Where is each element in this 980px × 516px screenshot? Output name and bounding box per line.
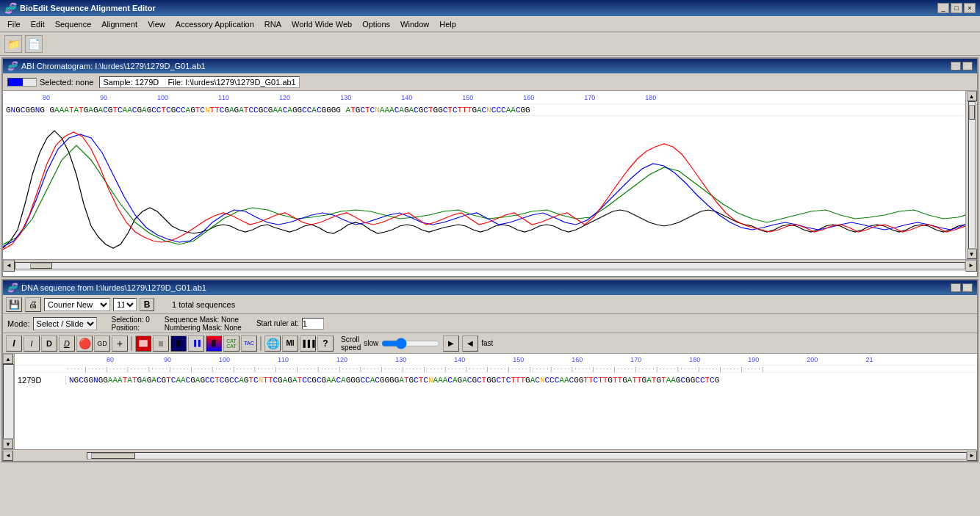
gd-btn[interactable]: GD: [94, 335, 110, 352]
italic-d-btn[interactable]: D: [59, 335, 75, 352]
italic-bold-btn[interactable]: I: [6, 335, 22, 352]
dna-content-area: 80 90 100 110 120 130 140 150 160 170 18…: [15, 354, 977, 449]
chrom-main-area: 80 90 100 110 120 130 140 150 160 170 18…: [3, 91, 965, 259]
font-selector[interactable]: Courier New: [44, 298, 110, 311]
start-ruler-input[interactable]: [302, 318, 324, 330]
start-ruler-label: Start ruler at:: [256, 319, 299, 327]
ruler-start: Start ruler at:: [256, 318, 324, 330]
dna-maximize[interactable]: □: [962, 283, 973, 292]
play-btn[interactable]: ▶: [443, 335, 459, 352]
seq-icon5[interactable]: ▓: [206, 335, 222, 352]
seq-icon4[interactable]: ▐▐: [188, 335, 204, 352]
dna-scroll-track[interactable]: [87, 452, 967, 459]
menu-window[interactable]: Window: [396, 18, 433, 30]
color-btn[interactable]: 🔴: [76, 335, 93, 352]
seq-icon3[interactable]: ▓: [170, 335, 187, 352]
slow-label: slow: [364, 339, 378, 347]
bold-d-btn[interactable]: D: [41, 335, 57, 352]
menu-options[interactable]: Options: [358, 18, 394, 30]
chrom-thumb: [8, 79, 23, 86]
dna-scroll-down[interactable]: ▼: [3, 439, 13, 449]
chrom-selected: Selected: none: [40, 78, 93, 87]
rewind-btn[interactable]: ◀: [462, 335, 478, 352]
menu-www[interactable]: World Wide Web: [287, 18, 356, 30]
edit-toolbar: I I D D 🔴 GD + ▓▓ ||| ▓ ▐▐ ▓ CATCAT TAC …: [3, 333, 977, 354]
new-file-button[interactable]: 📄: [25, 35, 43, 53]
speed-slider[interactable]: [381, 339, 440, 348]
chrom-scroll-track[interactable]: [968, 101, 976, 249]
print-icon[interactable]: 🖨: [25, 297, 41, 312]
dna-tick-marks: ·····|·····|·····|·····|·····|·····|····…: [15, 366, 977, 373]
italic-btn[interactable]: I: [24, 335, 40, 352]
maximize-button[interactable]: □: [951, 3, 962, 13]
menu-rna[interactable]: RNA: [260, 18, 286, 30]
menu-file[interactable]: File: [3, 18, 25, 30]
seq-icon2[interactable]: |||: [153, 335, 169, 352]
chrom-scroll-left[interactable]: ◄: [3, 260, 15, 272]
menu-edit[interactable]: Edit: [26, 18, 49, 30]
chrom-window-controls: _ □: [951, 62, 973, 70]
menu-view[interactable]: View: [143, 18, 170, 30]
seq-mask: Sequence Mask: None: [165, 316, 242, 324]
dna-minimize[interactable]: _: [951, 283, 961, 292]
mode-selector[interactable]: Select / Slide: [33, 317, 97, 330]
dna-sequence-area: ▲ ▼ 80 90 100 110 120 130 140 150 160 17…: [3, 354, 977, 449]
plus-btn[interactable]: +: [112, 335, 128, 352]
chrom-horizontal-scrollbar[interactable]: ◄ ►: [3, 259, 977, 271]
help-btn[interactable]: ?: [317, 335, 334, 352]
close-button[interactable]: ×: [964, 3, 976, 13]
seq-icon7[interactable]: TAC: [241, 335, 257, 352]
separator2: [260, 336, 262, 351]
chrom-maximize[interactable]: □: [962, 62, 973, 70]
dna-scroll-right[interactable]: ►: [967, 451, 977, 461]
menu-bar: File Edit Sequence Alignment View Access…: [0, 16, 980, 32]
chrom-scroll-thumb: [969, 105, 975, 120]
dna-scroll-up[interactable]: ▲: [3, 354, 13, 364]
seq-icon8[interactable]: ▐▐▐: [300, 335, 316, 352]
mi-btn[interactable]: MI: [282, 335, 298, 352]
chrom-content-container: 80 90 100 110 120 130 140 150 160 170 18…: [3, 91, 977, 259]
dna-title: DNA sequence from I:\lurdes\1279\1279D_G…: [21, 283, 206, 292]
chrom-info-bar: Selected: none Sample: 1279D File: I:\lu…: [3, 73, 977, 91]
dna-title-bar: 🧬 DNA sequence from I:\lurdes\1279\1279D…: [3, 280, 977, 295]
dna-scroll-left[interactable]: ◄: [3, 451, 13, 461]
dna-scroll-track[interactable]: [3, 364, 14, 439]
num-mask: Numbering Mask: None: [165, 324, 242, 332]
sequence-row-1279d: 1279D NGCGGNGGAAATATGAGACGTCAACGAGCCTCGC…: [15, 373, 977, 388]
total-sequences: 1 total sequences: [172, 300, 235, 309]
chrom-vertical-scrollbar[interactable]: ▲ ▼: [965, 91, 977, 259]
dna-scroll-thumb: [91, 453, 135, 459]
mask-info: Sequence Mask: None Numbering Mask: None: [165, 316, 242, 332]
dna-format-toolbar: 💾 🖨 Courier New 11 B 1 total sequences: [3, 295, 977, 314]
size-selector[interactable]: 11: [113, 298, 137, 311]
fast-label: fast: [481, 339, 493, 347]
chrom-scrollbar[interactable]: [7, 78, 37, 87]
main-toolbar: 📁 📄: [0, 32, 980, 56]
seq-icon1[interactable]: ▓▓: [135, 335, 151, 352]
dna-vertical-scrollbar[interactable]: ▲ ▼: [3, 354, 15, 449]
menu-help[interactable]: Help: [435, 18, 461, 30]
globe-btn[interactable]: 🌐: [264, 335, 281, 352]
seq-content: NGCGGNGGAAATATGAGACGTCAACGAGCCTCGCCAGTCN…: [66, 376, 719, 385]
menu-accessory[interactable]: Accessory Application: [171, 18, 259, 30]
chrom-scroll-up[interactable]: ▲: [967, 91, 977, 101]
chrom-scroll-thumb-h: [30, 263, 52, 269]
dna-horizontal-scrollbar[interactable]: ◄ ►: [3, 449, 977, 461]
chrom-minimize[interactable]: _: [951, 62, 961, 70]
chromatogram-display: [3, 116, 965, 259]
minimize-button[interactable]: _: [937, 3, 949, 13]
open-folder-button[interactable]: 📁: [4, 35, 22, 53]
chrom-scroll-down[interactable]: ▼: [967, 249, 977, 259]
dna-sequence-window: 🧬 DNA sequence from I:\lurdes\1279\1279D…: [1, 279, 979, 462]
menu-alignment[interactable]: Alignment: [97, 18, 142, 30]
seq-label: 1279D: [15, 376, 66, 385]
bold-button[interactable]: B: [140, 298, 154, 311]
chrom-scroll-right[interactable]: ►: [965, 260, 977, 272]
selection-position-info: Selection: 0 Position:: [112, 316, 150, 332]
seq-icon6[interactable]: CATCAT: [223, 335, 239, 352]
chrom-sample-info: Sample: 1279D File: I:\lurdes\1279\1279D…: [99, 76, 299, 88]
save-icon[interactable]: 💾: [6, 297, 22, 312]
chrom-scroll-track-h[interactable]: [15, 262, 965, 269]
menu-sequence[interactable]: Sequence: [51, 18, 96, 30]
app-title: BioEdit Sequence Alignment Editor: [20, 4, 156, 12]
